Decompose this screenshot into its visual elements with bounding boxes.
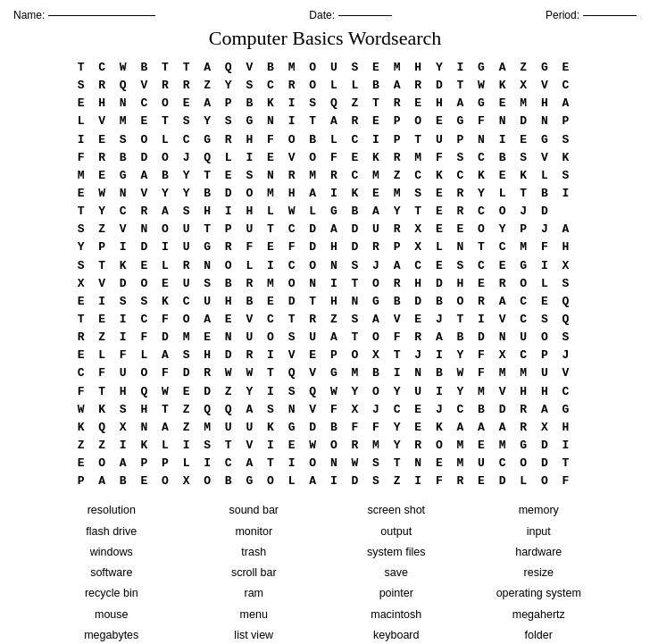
word-item: save [325, 564, 468, 582]
word-item: resolution [40, 501, 183, 520]
word-item: keyboard [325, 626, 468, 644]
word-item: memory [468, 501, 611, 520]
grid-row: T Y C R A S H I H L W L G B A Y T E R C … [78, 203, 573, 221]
grid-row: E W N V Y Y B D O M H A I K E M S E R Y … [78, 185, 573, 203]
page-title: Computer Basics Wordsearch [13, 27, 637, 50]
grid-row: Y P I D I U G R F E F D H D R P X L N T … [78, 238, 573, 256]
word-item: menu [183, 606, 326, 624]
grid-row: X V D O E U S B R M O N I T O R H D H E … [78, 275, 573, 293]
word-item: folder [468, 626, 611, 644]
word-item: windows [40, 543, 183, 562]
grid-row: C F U O F D R W W T Q V G M B I N B W F … [78, 364, 573, 382]
word-item: software [40, 564, 183, 582]
word-item: flash drive [40, 523, 183, 541]
header-fields: Name: Date: Period: [13, 9, 637, 21]
word-item: mouse [40, 606, 183, 624]
word-search-grid: T C W B T T A Q V B M O U S E M H Y I G … [13, 59, 637, 490]
word-item: screen shot [325, 501, 468, 520]
grid-row: E L F L A S H D R I V E P O X T J I Y F … [78, 347, 573, 364]
word-item: monitor [183, 523, 326, 541]
grid-row: T C W B T T A Q V B M O U S E M H Y I G … [78, 59, 573, 77]
word-item: megabytes [40, 626, 183, 644]
name-label: Name: [13, 9, 45, 21]
word-item: list view [183, 626, 326, 644]
grid-row: M E G A B Y T E S N R M R C M Z C K C K … [78, 167, 573, 185]
grid-row: Z Z I K L I S T V I E W O R M Y R O M E … [78, 437, 573, 455]
word-item: ram [183, 584, 326, 603]
grid-row: S Z V N O U T P U T C D A D U R X E E O … [78, 221, 573, 238]
grid-row: K Q X N A Z M U U K G D B F F Y E K A A … [78, 419, 573, 437]
word-item: hardware [468, 543, 611, 562]
grid-row: E H N C O E A P B K I S Q Z T R E H A G … [78, 95, 573, 113]
word-item: trash [183, 543, 326, 562]
grid-row: R Z I F D M E N U O S U A T O F R A B D … [78, 329, 573, 347]
grid-row: S R Q V R R Z Y S C R O L L B A R D T W … [78, 77, 573, 95]
date-label: Date: [309, 9, 335, 21]
word-item: input [468, 523, 611, 541]
word-item: megahertz [468, 606, 611, 624]
period-label: Period: [546, 9, 579, 21]
grid-row: E I S S K C U H B E D T H N G B D B O R … [78, 293, 573, 311]
word-item: pointer [325, 584, 468, 603]
grid-row: I E S O L C G R H F O B L C I P T U P N … [78, 131, 573, 149]
word-item: recycle bin [40, 584, 183, 603]
grid-row: L V M E T S Y S G N I T A R E P O E G F … [78, 113, 573, 130]
grid-row: P A B E O X O B G O L A I D S Z I F R E … [78, 473, 573, 490]
word-item: system files [325, 543, 468, 562]
grid-row: W K S H T Z Q Q A S N V F X J C E J C B … [78, 401, 573, 419]
grid-row: T E I C F O A E V C T R Z S A V E J T I … [78, 311, 573, 329]
word-item: operating system [468, 584, 611, 603]
word-item: resize [468, 564, 611, 582]
word-item: macintosh [325, 606, 468, 624]
word-item: output [325, 523, 468, 541]
word-item: sound bar [183, 501, 326, 520]
grid-row: E O A P P L I C A T I O N W S T N E M U … [78, 455, 573, 473]
grid-row: S T K E L R N O L I C O N S J A C E S C … [78, 257, 573, 275]
grid-row: F R B D O J Q L I E V O F E K R M F S C … [78, 149, 573, 167]
grid-row: F T H Q W E D Z Y I S Q W Y O Y U I Y M … [78, 383, 573, 401]
word-list: resolutionsound barscreen shotmemoryflas… [13, 501, 637, 644]
word-item: scroll bar [183, 564, 326, 582]
